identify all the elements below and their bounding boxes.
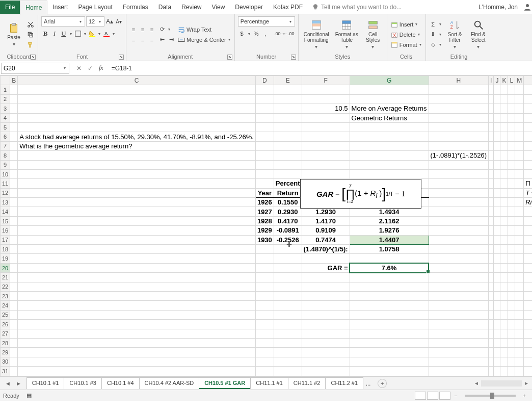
cell-C6[interactable]: A stock had average returns of 15.50%, 2… (18, 132, 256, 141)
cell-C9[interactable] (18, 160, 256, 169)
cell-K28[interactable] (500, 338, 508, 347)
cell-J27[interactable] (494, 329, 500, 338)
cell-E19[interactable] (274, 254, 302, 263)
cell-H10[interactable] (429, 169, 489, 178)
cell-G2[interactable] (350, 94, 429, 104)
cell-D14[interactable]: 1927 (255, 207, 274, 216)
sheet-tab-1[interactable]: CH10.1 #3 (64, 377, 102, 389)
cell-E15[interactable]: 0.4170 (274, 216, 302, 225)
sheet-tab-6[interactable]: CH11.1 #2 (288, 377, 326, 389)
cell-J11[interactable] (494, 179, 500, 188)
cell-K10[interactable] (500, 169, 508, 178)
number-format-combo[interactable]: Percentage▾ (238, 16, 295, 27)
cell-B3[interactable] (10, 104, 18, 113)
cell-H26[interactable] (429, 320, 489, 329)
cell-K4[interactable] (500, 113, 508, 122)
row-header-2[interactable]: 2 (1, 94, 10, 104)
cell-L16[interactable] (508, 226, 515, 235)
bold-button[interactable]: B (41, 30, 49, 38)
cell-C17[interactable] (18, 235, 256, 244)
row-header-28[interactable]: 28 (1, 338, 10, 347)
cell-C16[interactable] (18, 226, 256, 235)
cell-L8[interactable] (508, 151, 515, 160)
cell-G8[interactable] (350, 151, 429, 160)
cell-B2[interactable] (10, 94, 18, 104)
tab-insert[interactable]: Insert (47, 1, 73, 14)
worksheet-grid[interactable]: BCDEFGHIJKLMNOP12310.5More on Average Re… (0, 75, 532, 376)
tab-view[interactable]: View (207, 1, 230, 14)
cell-L25[interactable] (508, 310, 515, 319)
cell-I23[interactable] (489, 291, 494, 300)
cell-C20[interactable] (18, 263, 256, 272)
cell-G24[interactable] (350, 301, 429, 310)
cell-L5[interactable] (508, 122, 515, 132)
cell-C31[interactable] (18, 367, 256, 376)
tab-kofax[interactable]: Kofax PDF (268, 1, 308, 14)
cell-F15[interactable]: 1.4170 (302, 216, 350, 225)
cell-E22[interactable] (274, 282, 302, 291)
sheet-tab-3[interactable]: CH10.4 #2 AAR-SD (139, 377, 200, 389)
row-header-14[interactable]: 14 (1, 207, 10, 216)
cell-M26[interactable] (515, 320, 524, 329)
cell-M17[interactable] (515, 235, 524, 244)
wrap-text-button[interactable]: Wrap Text (177, 25, 231, 34)
cell-E13[interactable]: 0.1550 (274, 198, 302, 207)
cell-M23[interactable] (515, 291, 524, 300)
cell-E31[interactable] (274, 367, 302, 376)
cell-K13[interactable] (500, 198, 508, 207)
cell-J3[interactable] (494, 104, 500, 113)
cell-G1[interactable] (350, 85, 429, 94)
name-box[interactable]: G20▾ (1, 63, 69, 74)
increase-font-icon[interactable]: A▴ (105, 17, 114, 25)
cell-C18[interactable] (18, 245, 256, 254)
cell-I18[interactable] (489, 245, 494, 254)
cell-H21[interactable] (429, 273, 489, 282)
cell-F8[interactable] (302, 151, 350, 160)
cell-K9[interactable] (500, 160, 508, 169)
row-header-10[interactable]: 10 (1, 169, 10, 178)
cell-G4[interactable]: Geometric Returns (350, 113, 429, 122)
cell-F1[interactable] (302, 85, 350, 94)
cell-I30[interactable] (489, 357, 494, 366)
row-header-18[interactable]: 18 (1, 245, 10, 254)
cell-B12[interactable] (10, 188, 18, 197)
cell-L30[interactable] (508, 357, 515, 366)
alignment-launcher[interactable]: ⬊ (227, 55, 232, 60)
cell-H25[interactable] (429, 310, 489, 319)
cell-H15[interactable] (429, 216, 489, 225)
cell-E24[interactable] (274, 301, 302, 310)
cell-D2[interactable] (255, 94, 274, 104)
cell-M20[interactable] (515, 263, 524, 272)
cell-I19[interactable] (489, 254, 494, 263)
cell-M13[interactable] (515, 198, 524, 207)
cell-I20[interactable] (489, 263, 494, 272)
find-select-button[interactable]: Find & Select▾ (468, 18, 489, 50)
row-header-30[interactable]: 30 (1, 357, 10, 366)
cell-N5[interactable] (524, 122, 532, 132)
cell-F22[interactable] (302, 282, 350, 291)
cell-M25[interactable] (515, 310, 524, 319)
cell-B25[interactable] (10, 310, 18, 319)
cell-B13[interactable] (10, 198, 18, 207)
cell-D21[interactable] (255, 273, 274, 282)
copy-icon[interactable] (26, 31, 35, 39)
cell-E25[interactable] (274, 310, 302, 319)
cell-F19[interactable] (302, 254, 350, 263)
cell-K16[interactable] (500, 226, 508, 235)
cell-C3[interactable] (18, 104, 256, 113)
tell-me-search[interactable]: Tell me what you want to do... (308, 4, 406, 11)
cell-J8[interactable] (494, 151, 500, 160)
cell-B31[interactable] (10, 367, 18, 376)
cell-J17[interactable] (494, 235, 500, 244)
cell-styles-button[interactable]: Cell Styles▾ (362, 18, 384, 50)
cell-L19[interactable] (508, 254, 515, 263)
cell-H11[interactable] (429, 179, 489, 188)
cell-D15[interactable]: 1928 (255, 216, 274, 225)
cell-G27[interactable] (350, 329, 429, 338)
cell-I3[interactable] (489, 104, 494, 113)
cell-L7[interactable] (508, 141, 515, 150)
sheet-tab-4[interactable]: CH10.5 #1 GAR (199, 377, 251, 389)
cell-D17[interactable]: 1930 (255, 235, 274, 244)
row-header-17[interactable]: 17 (1, 235, 10, 244)
col-header-B[interactable]: B (10, 76, 18, 85)
